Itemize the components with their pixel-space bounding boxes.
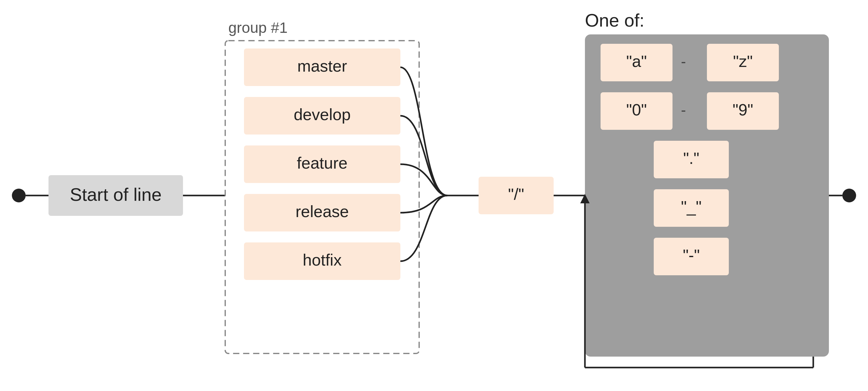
end-dot: [842, 189, 856, 202]
start-of-line-label: Start of line: [70, 184, 161, 205]
char-z: "z": [733, 52, 753, 70]
start-dot: [12, 189, 26, 202]
group-label: group #1: [228, 20, 288, 36]
group-item-master: master: [298, 57, 347, 75]
char-0: "0": [626, 101, 647, 119]
char-hyphen: "-": [683, 246, 700, 264]
group-item-release: release: [296, 202, 349, 220]
char-underscore: "_": [681, 198, 702, 216]
range-dash-1: -: [681, 53, 686, 70]
char-9: "9": [733, 101, 753, 119]
diagram-container: Start of line group #1 master develop fe…: [0, 0, 868, 391]
one-of-label: One of:: [585, 10, 644, 30]
range-dash-2: -: [681, 102, 686, 118]
group-item-feature: feature: [297, 154, 347, 172]
char-dot: ".": [683, 149, 699, 167]
branch-master: [400, 67, 447, 196]
group-item-develop: develop: [294, 106, 351, 124]
char-a: "a": [626, 52, 647, 70]
branch-hotfix: [400, 196, 447, 261]
slash-token: "/": [508, 185, 524, 203]
group-item-hotfix: hotfix: [303, 251, 342, 269]
branch-develop: [400, 116, 447, 196]
